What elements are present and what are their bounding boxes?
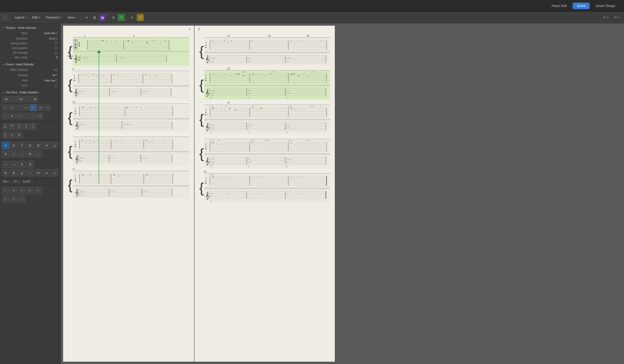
grid-m[interactable]: m (35, 169, 42, 177)
person-icon[interactable]: ⊙ (110, 14, 117, 21)
event-triangle[interactable]: ▼ (2, 63, 5, 66)
grid-view-icon[interactable]: ▦ (99, 14, 106, 21)
style-stepper[interactable]: Guitar Mix ▲ ▼ (44, 31, 58, 35)
syncopation-checkbox[interactable] (54, 46, 58, 50)
grid-S1[interactable]: S (18, 161, 26, 168)
region-triangle[interactable]: ▼ (2, 27, 5, 29)
pen-tool[interactable]: ✏ ▼ (612, 15, 622, 20)
arrow-2down[interactable]: 2↓ (35, 187, 42, 194)
text-up[interactable]: ▲ (56, 78, 58, 80)
grid-H2[interactable]: H (26, 150, 34, 158)
style-arrows[interactable]: ▲ ▼ (56, 31, 58, 35)
ts-cut[interactable]: ¢ (16, 132, 23, 138)
grid-P[interactable]: P (10, 142, 18, 149)
part-btn-bar[interactable]: 𝄀 (30, 113, 36, 119)
single-line-icon[interactable]: ≡ (83, 14, 90, 21)
text-down[interactable]: ▼ (56, 81, 58, 82)
style-down[interactable]: ▼ (56, 33, 58, 35)
score-area[interactable]: 1 Violas staccato 1 5 { (61, 23, 624, 364)
part-btn-fp[interactable]: fp (32, 96, 38, 103)
part-btn-ped[interactable]: Ped (18, 96, 24, 103)
ts-24[interactable]: 24 (16, 123, 23, 130)
grid-x[interactable]: ✕ (43, 142, 50, 149)
grid-H[interactable]: H (2, 142, 9, 149)
all-btn[interactable]: All (2, 96, 10, 103)
part-btn-bars[interactable]: ||| (37, 104, 44, 111)
text-arrows[interactable]: ▲ ▼ (56, 78, 58, 82)
grid-B2[interactable]: B (10, 169, 18, 177)
arrow-up[interactable]: ↑ (2, 187, 9, 194)
midi-arrows[interactable]: ▲ ▼ (56, 68, 58, 72)
velocity-down[interactable]: ▼ (56, 75, 58, 77)
back-button[interactable]: ↑ (2, 14, 8, 21)
score-btn[interactable]: Score (572, 2, 590, 9)
part-btn-x[interactable]: 𝄋 (16, 113, 23, 119)
part-btn-circle[interactable]: ↻ (37, 113, 44, 119)
grid-sq[interactable]: □ (10, 150, 18, 158)
lr-btn[interactable]: LR--↑ (12, 180, 21, 184)
part-btn-A[interactable]: A (9, 113, 15, 119)
ts-abc[interactable]: A+BC (9, 123, 15, 130)
grid-arc[interactable]: ⌢ (18, 150, 26, 158)
grid-S[interactable]: S (26, 142, 34, 149)
arrow-2upright[interactable]: 2↗ (26, 187, 34, 194)
grid-i[interactable]: i (26, 169, 34, 177)
layout-menu[interactable]: Layout ▼ (12, 15, 29, 20)
scissor-icon[interactable]: ✂ (129, 14, 136, 21)
grid-c[interactable]: c (51, 169, 58, 177)
midi-channel-stepper[interactable]: 1 ▲ ▼ (54, 68, 58, 72)
double-line-icon[interactable]: ☰ (91, 14, 98, 21)
grid-dash1[interactable]: — (2, 161, 9, 168)
edit-menu[interactable]: Edit ▼ (30, 15, 43, 20)
text-stepper[interactable]: Plain Text ▲ ▼ (44, 78, 58, 82)
velocity-arrows[interactable]: ▲ ▼ (56, 73, 58, 77)
velocity-up[interactable]: ▲ (56, 73, 58, 75)
ts-44[interactable]: 44 (30, 123, 36, 130)
velocity-stepper[interactable]: 60 ▲ ▼ (52, 73, 58, 77)
grid-S2[interactable]: S (26, 161, 34, 168)
piano-roll-btn[interactable]: Piano Roll (547, 2, 571, 9)
arrow-down[interactable]: ↓ (18, 195, 26, 203)
link-icon[interactable]: ⚭ (137, 14, 144, 21)
partbox-triangle[interactable]: ▼ (2, 91, 5, 94)
slap-btn[interactable]: SLAP--↑ (22, 180, 34, 184)
style-up[interactable]: ▲ (56, 31, 58, 33)
cursor-tool[interactable]: ↖ ▼ (601, 15, 611, 20)
grid-v[interactable]: ∨ (2, 150, 9, 158)
ts-ab[interactable]: AB (2, 123, 8, 130)
part-btn-8[interactable]: ♭♭♭ (23, 104, 29, 111)
grid-diamond[interactable]: ◇ (51, 142, 58, 149)
interpretation-checkbox[interactable] (54, 42, 58, 45)
grid-dash2[interactable]: — (10, 161, 18, 168)
part-btn-notes[interactable]: ♩ (11, 96, 17, 103)
grid-T[interactable]: T (18, 142, 26, 149)
part-btn-7[interactable]: ⌒ (16, 104, 23, 111)
smart-tempo-btn[interactable]: Smart Tempo (592, 2, 619, 9)
arrow-2up[interactable]: 2↑ (18, 187, 26, 194)
part-btn-dot[interactable]: · (2, 113, 8, 119)
part-btn-arrows[interactable]: ⟿ (44, 104, 51, 111)
arrow-2down2[interactable]: 2↓ (2, 195, 9, 203)
grid-B[interactable]: B (35, 142, 42, 149)
ts-34[interactable]: 34 (23, 123, 29, 130)
midi-up[interactable]: ▲ (56, 68, 58, 69)
grid-arc2[interactable]: ⌣ (35, 150, 42, 158)
ts-68[interactable]: 68 (2, 132, 8, 138)
part-btn-3[interactable]: 𝄒 (25, 96, 31, 103)
grid-a[interactable]: a (43, 169, 50, 177)
arrow-2up2[interactable]: 2↑ (10, 195, 18, 203)
functions-menu[interactable]: Functions ▼ (44, 15, 64, 20)
quantize-down[interactable]: ▼ (56, 39, 58, 40)
grid-B1[interactable]: B (2, 169, 9, 177)
part-btn-dotdot[interactable]: ·· (23, 113, 29, 119)
part-btn-44[interactable]: 4 (30, 104, 36, 111)
part-btn-6[interactable]: ⊙ (9, 104, 15, 111)
quantize-stepper[interactable]: 16,24 ▲ ▼ (49, 36, 58, 40)
pm-btn[interactable]: PM--↑ (2, 180, 11, 184)
wave-icon[interactable]: 〜 (118, 14, 125, 21)
grid-p[interactable]: p (18, 169, 26, 177)
quantize-arrows[interactable]: ▲ ▼ (56, 36, 58, 40)
no-overlap-checkbox[interactable] (54, 51, 58, 54)
lyric-checkbox[interactable] (54, 84, 58, 87)
quantize-up[interactable]: ▲ (56, 36, 58, 38)
